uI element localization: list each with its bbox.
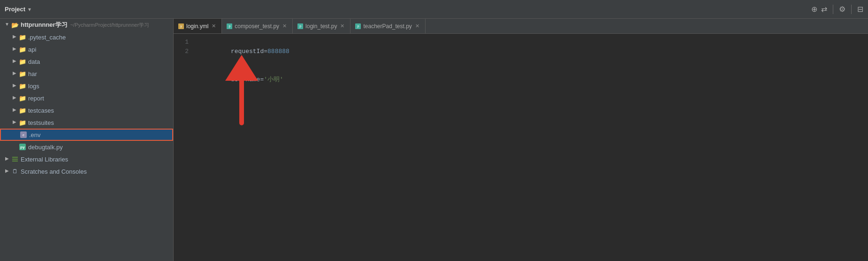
tree-arrow-testsuites xyxy=(11,119,18,126)
data-folder-icon xyxy=(19,58,26,65)
tab-close-teacherpad[interactable]: ✕ xyxy=(414,23,420,30)
sidebar-item-testcases[interactable]: testcases xyxy=(0,104,173,116)
tab-close-login-yml[interactable]: ✕ xyxy=(211,23,217,30)
env-file-icon: e xyxy=(20,131,27,138)
code-val-2: '小明' xyxy=(264,76,283,83)
editor-area: y login.yml ✕ p composer_test.py ✕ p log… xyxy=(174,19,868,261)
tree-arrow-pytest xyxy=(11,34,18,40)
tab-label-teacherpad: teacherPad_test.py xyxy=(363,23,411,30)
toolbar-left: Project ▾ xyxy=(5,6,31,13)
tab-label-composer: composer_test.py xyxy=(235,23,279,30)
sidebar-item-external-libs[interactable]: External Libraries xyxy=(0,153,173,165)
api-label: api xyxy=(28,46,36,53)
report-folder-icon xyxy=(19,94,26,102)
toolbar-icons: ⊕ ⇄ ⚙ ⊟ xyxy=(811,5,863,14)
project-dropdown-arrow[interactable]: ▾ xyxy=(28,6,31,13)
settings-icon[interactable]: ⚙ xyxy=(839,5,845,14)
project-folder-icon xyxy=(11,21,19,29)
sidebar: httprunnner学习 ~/PycharmProject/httprunnn… xyxy=(0,19,174,261)
project-label[interactable]: Project xyxy=(5,6,25,13)
tab-login-test[interactable]: p login_test.py ✕ xyxy=(293,19,350,34)
py-icon-login: p xyxy=(297,23,303,29)
code-line-1: requestId=888888 xyxy=(194,38,864,66)
tabs-bar: y login.yml ✕ p composer_test.py ✕ p log… xyxy=(174,19,868,34)
testcases-label: testcases xyxy=(28,107,54,114)
debugtalk-label: debugtalk.py xyxy=(28,144,63,151)
sidebar-item-pytest-cache[interactable]: .pytest_cache xyxy=(0,31,173,43)
testcases-folder-icon xyxy=(19,107,26,114)
globe-icon[interactable]: ⊕ xyxy=(811,5,817,14)
line-numbers: 1 2 xyxy=(174,34,190,261)
separator xyxy=(833,5,833,14)
tab-label-login-test: login_test.py xyxy=(305,23,337,30)
tree-arrow-data xyxy=(11,58,18,65)
tree-arrow-api xyxy=(11,46,18,53)
tree-arrow-har xyxy=(11,70,18,77)
tab-composer-test[interactable]: p composer_test.py ✕ xyxy=(222,19,293,34)
sidebar-item-report[interactable]: report xyxy=(0,92,173,104)
tab-close-login[interactable]: ✕ xyxy=(339,23,345,30)
main-container: httprunnner学习 ~/PycharmProject/httprunnn… xyxy=(0,19,868,261)
line-num-1: 1 xyxy=(174,38,189,47)
sidebar-item-logs[interactable]: logs xyxy=(0,80,173,92)
tree-arrow-testcases xyxy=(11,107,18,114)
tab-close-composer[interactable]: ✕ xyxy=(282,23,288,30)
scratches-icon: 🗒 xyxy=(11,168,19,175)
transfer-icon[interactable]: ⇄ xyxy=(821,5,827,14)
sidebar-item-scratches[interactable]: 🗒 Scratches and Consoles xyxy=(0,165,173,177)
tree-arrow-debugtalk xyxy=(11,144,18,150)
debugtalk-file-icon: py xyxy=(19,143,26,151)
testsuites-folder-icon xyxy=(19,119,26,126)
tree-arrow-logs xyxy=(11,83,18,89)
root-label: httprunnner学习 xyxy=(21,21,68,29)
sidebar-item-api[interactable]: api xyxy=(0,43,173,55)
sidebar-item-env[interactable]: e .env xyxy=(0,129,173,141)
svg-marker-1 xyxy=(225,55,258,81)
pytest-label: .pytest_cache xyxy=(28,34,66,41)
tree-arrow-report xyxy=(11,95,18,101)
tab-login-yml[interactable]: y login.yml ✕ xyxy=(174,19,222,34)
har-folder-icon xyxy=(19,70,26,77)
code-sep-1: = xyxy=(264,48,267,55)
sidebar-item-har[interactable]: har xyxy=(0,68,173,80)
external-libs-label: External Libraries xyxy=(21,156,68,163)
tree-arrow-root xyxy=(4,22,10,28)
line-num-2: 2 xyxy=(174,47,189,56)
tab-teacherpad[interactable]: p teacherPad_test.py ✕ xyxy=(350,19,425,34)
red-arrow-annotation xyxy=(221,50,263,125)
data-label: data xyxy=(28,58,40,65)
py-icon-composer: p xyxy=(227,23,232,29)
env-label: .env xyxy=(29,131,41,138)
collapse-icon[interactable]: ⊟ xyxy=(857,5,863,14)
sidebar-item-testsuites[interactable]: testsuites xyxy=(0,116,173,129)
sidebar-item-root[interactable]: httprunnner学习 ~/PycharmProject/httprunnn… xyxy=(0,19,173,31)
tree-arrow-env xyxy=(12,131,19,138)
tree-arrow-scratches xyxy=(4,168,10,175)
yaml-icon: y xyxy=(178,23,184,29)
tree-arrow-extlibs xyxy=(4,156,10,162)
scratches-label: Scratches and Consoles xyxy=(21,168,87,175)
code-line-2: username='小明' xyxy=(194,66,864,94)
logs-label: logs xyxy=(28,83,39,90)
logs-folder-icon xyxy=(19,82,26,90)
api-folder-icon xyxy=(19,46,26,53)
testsuites-label: testsuites xyxy=(28,119,54,126)
sidebar-item-debugtalk[interactable]: py debugtalk.py xyxy=(0,141,173,153)
code-val-1: 888888 xyxy=(267,48,289,55)
toolbar: Project ▾ ⊕ ⇄ ⚙ ⊟ xyxy=(0,0,868,19)
code-area[interactable]: requestId=888888 username='小明' xyxy=(190,34,868,261)
external-libs-icon xyxy=(11,155,19,163)
tab-label-login-yml: login.yml xyxy=(186,23,208,30)
separator2 xyxy=(851,5,852,14)
pytest-folder-icon xyxy=(19,33,26,41)
har-label: har xyxy=(28,70,37,77)
py-icon-teacherpad: p xyxy=(355,23,361,29)
sidebar-item-data[interactable]: data xyxy=(0,55,173,68)
report-label: report xyxy=(28,95,44,102)
root-path: ~/PycharmProject/httprunnner学习 xyxy=(70,22,149,29)
editor-content[interactable]: 1 2 requestId=888888 username='小明' xyxy=(174,34,868,261)
